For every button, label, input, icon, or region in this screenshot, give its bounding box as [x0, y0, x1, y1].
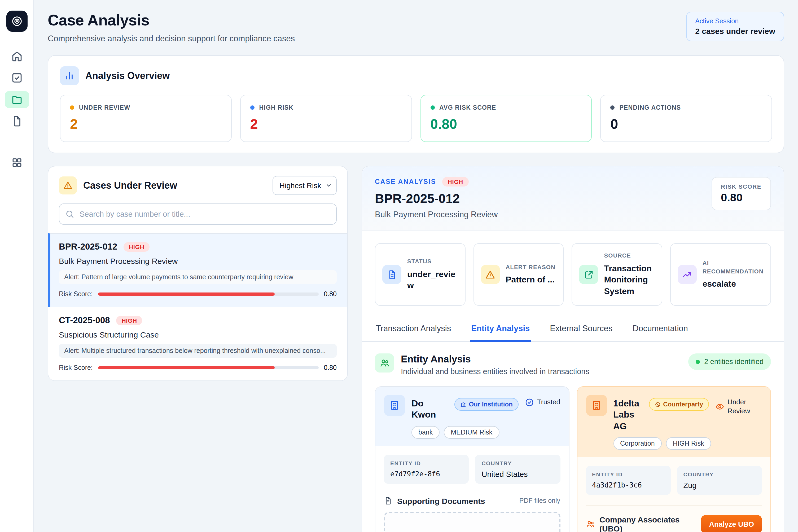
severity-badge: HIGH: [124, 242, 150, 251]
ban-icon: [654, 401, 661, 407]
company-associates-title: Company Associates (UBO): [599, 515, 696, 532]
info-label: SOURCE: [604, 252, 654, 260]
info-value: escalate: [703, 278, 763, 289]
risk-score-box-value: 0.80: [721, 191, 761, 204]
app-logo[interactable]: [6, 11, 27, 32]
warning-icon: [481, 265, 500, 284]
external-link-icon: [579, 265, 598, 284]
risk-score-label: Risk Score:: [59, 290, 93, 298]
risk-score-box-label: RISK SCORE: [721, 183, 761, 190]
tab-transaction-analysis[interactable]: Transaction Analysis: [375, 319, 452, 342]
users-icon: [375, 354, 394, 373]
risk-score-box: RISK SCORE 0.80: [711, 177, 771, 210]
case-title: Bulk Payment Processing Review: [59, 256, 337, 265]
counterparty-badge: Counterparty: [649, 398, 709, 411]
entity-id-field: ENTITY ID e7d79f2e-8f6: [384, 454, 469, 483]
bank-icon: [461, 401, 466, 407]
risk-score-bar: [98, 292, 319, 296]
country-field: COUNTRY United States: [475, 454, 560, 483]
building-icon: [586, 395, 607, 416]
entity-name: 1delta Labs AG: [613, 395, 643, 432]
country-value: United States: [482, 470, 554, 478]
entity-risk-tag: MEDIUM Risk: [444, 426, 499, 438]
trust-label: Under Review: [727, 398, 762, 416]
info-label: ALERT REASON: [505, 263, 555, 271]
status-dot: [611, 106, 615, 110]
stat-label: UNDER REVIEW: [79, 104, 130, 111]
source-card: SOURCE Transaction Monitoring System: [572, 243, 662, 306]
stat-label: PENDING ACTIONS: [619, 104, 681, 111]
session-label: Active Session: [695, 18, 775, 25]
info-value: under_review: [407, 268, 458, 291]
trust-label: Trusted: [537, 398, 560, 407]
case-search-input[interactable]: [59, 204, 337, 225]
tab-external-sources[interactable]: External Sources: [549, 319, 613, 342]
home-icon: [11, 50, 22, 62]
stat-avg-risk-score: AVG RISK SCORE 0.80: [420, 95, 592, 142]
status-dot: [430, 106, 434, 110]
stat-label: AVG RISK SCORE: [439, 104, 496, 111]
nav-cases[interactable]: [4, 91, 29, 108]
info-value: Pattern of ...: [505, 274, 555, 286]
bar-chart-icon: [60, 66, 79, 85]
file-icon: [11, 115, 22, 127]
risk-score-label: Risk Score:: [59, 364, 93, 372]
case-list-item[interactable]: BPR-2025-012 HIGH Bulk Payment Processin…: [48, 233, 347, 307]
info-label: AI RECOMMENDATION: [703, 259, 763, 276]
active-session-badge: Active Session 2 cases under review: [686, 12, 784, 41]
ai-recommendation-card: AI RECOMMENDATION escalate: [670, 243, 771, 306]
case-list-item[interactable]: CT-2025-008 HIGH Suspicious Structuring …: [48, 307, 347, 380]
building-icon: [384, 395, 405, 416]
country-field: COUNTRY Zug: [677, 466, 762, 495]
entity-name: Do Kwon: [411, 395, 448, 420]
stat-pending-actions: PENDING ACTIONS 0: [600, 95, 772, 142]
analyze-ubo-button[interactable]: Analyze UBO: [701, 515, 762, 532]
stat-value: 2: [70, 116, 222, 132]
entity-section-subtitle: Individual and business entities involve…: [401, 367, 589, 376]
nav-apps[interactable]: [4, 154, 29, 171]
entity-risk-tag: HIGH Risk: [666, 437, 711, 450]
trusted-indicator: Trusted: [525, 395, 560, 407]
target-logo-icon: [10, 15, 23, 27]
nav-documents[interactable]: [4, 113, 29, 130]
tab-documentation[interactable]: Documentation: [631, 319, 689, 342]
case-id: CT-2025-008: [59, 315, 110, 325]
upload-dropzone[interactable]: [384, 512, 560, 532]
severity-badge: HIGH: [116, 316, 142, 325]
case-analysis-eyebrow: CASE ANALYSIS: [375, 178, 436, 186]
detail-case-id: BPR-2025-012: [375, 191, 498, 206]
risk-score-bar: [98, 366, 319, 369]
entity-card-do-kwon: Do Kwon Our Institution: [375, 386, 569, 532]
sort-select[interactable]: Highest Risk: [273, 176, 337, 195]
entities-count-badge: 2 entities identified: [688, 354, 771, 370]
entity-card-1delta-labs: 1delta Labs AG Counterparty: [577, 386, 771, 532]
nav-home[interactable]: [4, 48, 29, 65]
check-circle-icon: [525, 398, 534, 407]
divider: [586, 506, 762, 506]
users-icon: [586, 520, 595, 529]
app-root: Case Analysis Comprehensive analysis and…: [0, 0, 798, 532]
tab-entity-analysis[interactable]: Entity Analysis: [470, 319, 531, 342]
pdf-only-note: PDF files only: [519, 497, 560, 505]
grid-icon: [11, 157, 22, 169]
supporting-documents-title: Supporting Documents: [397, 496, 515, 505]
warning-icon: [59, 176, 77, 194]
entities-count-text: 2 entities identified: [704, 358, 763, 366]
entity-id-field: ENTITY ID 4a3d2f1b-3c6: [586, 466, 671, 495]
eye-icon: [715, 402, 724, 412]
country-value: Zug: [684, 481, 756, 490]
detail-tabs: Transaction Analysis Entity Analysis Ext…: [362, 319, 784, 342]
case-alert-text: Alert: Pattern of large volume payments …: [59, 270, 337, 284]
risk-score-bar-fill: [98, 366, 274, 369]
sidebar-nav: [4, 48, 29, 130]
page-subtitle: Comprehensive analysis and decision supp…: [48, 34, 295, 43]
nav-tasks[interactable]: [4, 70, 29, 87]
entity-id-value: e7d79f2e-8f6: [390, 470, 463, 478]
stat-under-review: UNDER REVIEW 2: [60, 95, 232, 142]
entity-cards: Do Kwon Our Institution: [362, 376, 784, 532]
country-label: COUNTRY: [684, 471, 756, 477]
stat-value: 0.80: [430, 116, 582, 132]
check-square-icon: [11, 72, 22, 84]
info-value: Transaction Monitoring System: [604, 263, 654, 297]
risk-score-value: 0.80: [324, 364, 337, 372]
